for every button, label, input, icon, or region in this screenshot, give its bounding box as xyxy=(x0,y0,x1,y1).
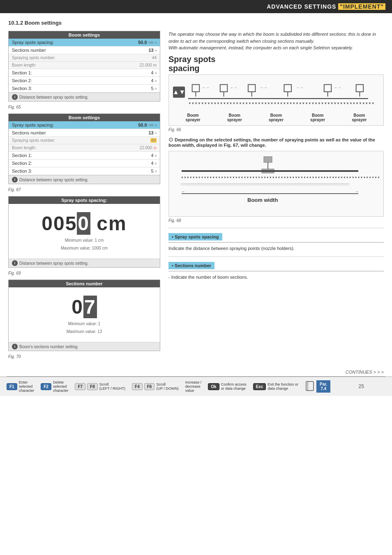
footer-f4f6: F4 F6 Scroll(UP / DOWN) xyxy=(132,382,179,391)
continues-text: CONTINUES > > > xyxy=(0,370,384,375)
section3-row-2[interactable]: Section 3: 5 › xyxy=(9,167,160,175)
f2-label: Deleteselectedcharacter xyxy=(53,380,69,393)
spray-spots-row-2[interactable]: Spray spots spacing: 50.0 cm › xyxy=(9,121,160,129)
spray-cursor: 0 xyxy=(77,212,90,235)
page-footer: F1 Enterselectedcharacter F2 Deleteselec… xyxy=(0,377,392,396)
boom-length-row-2: Boom length: 22.000 ⊙ xyxy=(9,144,160,152)
sprayer-1: Boomsprayer xyxy=(186,113,201,122)
book-icon xyxy=(305,381,315,392)
svg-rect-8 xyxy=(284,84,291,92)
footer-ok: Ok Confirm accessor data change xyxy=(208,382,246,391)
par-badge: Par.7.4 xyxy=(316,380,330,393)
sections-hint-max: Maximum value: 13 xyxy=(13,329,156,334)
left-column: Boom settings Spray spots spacing: 50.0 … xyxy=(8,31,160,363)
boom-length-row-1: Boom length: 22.000 m xyxy=(9,62,160,69)
sections-row-2[interactable]: Sections number 13 › xyxy=(9,129,160,137)
svg-text:←→: ←→ xyxy=(230,86,238,90)
fig67-label: Fig. 67 xyxy=(8,187,160,192)
esc-key[interactable]: Esc xyxy=(253,383,266,390)
ok-label: Confirm accessor data change xyxy=(221,382,247,391)
svg-text:←→: ←→ xyxy=(260,86,267,90)
spray-input-body: 0050 cm Minimum value: 1 cm Maximum valu… xyxy=(9,204,160,259)
svg-text:←→: ←→ xyxy=(296,86,304,90)
spraying-spots-row-1: Spraying spots number: 44 xyxy=(9,54,160,62)
svg-text:▲▼: ▲▼ xyxy=(173,88,185,95)
sections-label-1: Sections number xyxy=(12,48,46,53)
svg-rect-31 xyxy=(306,382,314,391)
spray-diagram: ▲▼ ←→ ←→ ←→ xyxy=(168,74,384,126)
svg-rect-4 xyxy=(220,84,228,92)
intro-text: The operator may choose the way in which… xyxy=(168,31,384,51)
svg-rect-2 xyxy=(192,84,200,92)
divider-2 xyxy=(168,257,384,257)
f4-key[interactable]: F4 xyxy=(132,383,143,390)
sprayer-5: Boomsprayer xyxy=(352,113,367,122)
footer-book: Par.7.4 xyxy=(305,380,330,393)
fig65-label: Fig. 65 xyxy=(8,105,160,109)
section3-row-1[interactable]: Section 3: 5 › xyxy=(9,85,160,92)
sections-row-1[interactable]: Sections number 13 › xyxy=(9,46,160,54)
section1-row-2[interactable]: Section 1: 4 › xyxy=(9,152,160,160)
spray-desc-text: Indicate the distance between spraying p… xyxy=(168,245,384,252)
ok-key[interactable]: Ok xyxy=(208,383,219,390)
svg-text:←: ← xyxy=(182,190,185,194)
main-content: 10.1.2 Boom settings Boom settings Spray… xyxy=(0,13,392,370)
svg-text:→: → xyxy=(355,190,359,194)
f2-key[interactable]: F2 xyxy=(41,383,51,390)
f1-key[interactable]: F1 xyxy=(7,383,17,390)
sections-desc-title: • Sections number xyxy=(168,262,214,269)
footer-f2: F2 Deleteselectedcharacter xyxy=(41,380,68,393)
header-highlight: "IMPLEMENT" xyxy=(338,3,385,10)
increase-label: Increase /decreasevalue xyxy=(185,380,202,393)
section2-row-2[interactable]: Section 2: 4 › xyxy=(9,160,160,167)
svg-text:▽▽▽▽▽▽▽▽▽▽▽▽▽▽▽▽▽▽▽▽▽▽▽▽▽▽▽▽▽▽: ▽▽▽▽▽▽▽▽▽▽▽▽▽▽▽▽▽▽▽▽▽▽▽▽▽▽▽▽▽▽▽▽▽▽▽▽▽▽▽▽… xyxy=(181,183,350,186)
spray-info-icon: i xyxy=(12,260,18,266)
svg-text:←→: ←→ xyxy=(202,86,210,90)
sections-desc-section: • Sections number - Indicate the number … xyxy=(168,262,384,281)
spray-svg: ▲▼ ←→ ←→ ←→ xyxy=(172,78,380,111)
sections-info-bar: i Boom's sections number setting. xyxy=(9,342,160,351)
boom-width-svg: ▼▼▼▼▼▼▼▼▼▼▼▼▼▼▼▼▼▼▼▼▼▼▼▼▼▼▼▼▼▼▼▼▼▼▼▼▼▼▼▼… xyxy=(172,155,380,212)
sections-desc-text: - Indicate the number of boom sections. xyxy=(168,274,384,281)
footer-esc: Esc Exit the function ordata change xyxy=(253,382,298,391)
sprayer-3: Boomsprayer xyxy=(269,113,284,122)
spray-spots-label-1: Spray spots spacing: xyxy=(12,40,54,45)
sections-info-icon: i xyxy=(12,344,18,349)
footer-increase: Increase /decreasevalue xyxy=(185,380,202,393)
page-number: 25 xyxy=(337,384,385,389)
footer-f7f8: F7 F8 Scroll(LEFT / RIGHT) xyxy=(75,382,125,391)
boom-panel-2-title: Boom settings xyxy=(9,114,160,121)
sections-input-value: 07 xyxy=(13,296,156,318)
f8-key[interactable]: F8 xyxy=(87,383,98,390)
svg-rect-12 xyxy=(356,84,364,92)
sprayer-2: Boomsprayer xyxy=(227,113,242,122)
section1-row-1[interactable]: Section 1: 4 › xyxy=(9,69,160,77)
f6-key[interactable]: F6 xyxy=(144,383,155,390)
svg-text:▼▼▼▼▼▼▼▼▼▼▼▼▼▼▼▼▼▼▼▼▼▼▼▼▼▼▼▼▼▼: ▼▼▼▼▼▼▼▼▼▼▼▼▼▼▼▼▼▼▼▼▼▼▼▼▼▼▼▼▼▼▼▼▼▼▼▼▼▼▼▼… xyxy=(188,102,374,105)
sections-input-body: 07 Minimum value: 1 Maximum value: 13 xyxy=(9,287,160,342)
spray-input-screen: Spray spots spacing: 0050 cm Minimum val… xyxy=(8,196,160,268)
svg-text:Boom width: Boom width xyxy=(247,197,278,203)
svg-rect-21 xyxy=(264,157,272,162)
spray-spots-value-1: 50.0 cm › xyxy=(138,40,157,45)
two-col-layout: Boom settings Spray spots spacing: 50.0 … xyxy=(8,31,384,363)
fig69-label: Fig. 69 xyxy=(8,271,160,275)
spray-info-bar: i Distance between spray spots setting. xyxy=(9,259,160,267)
svg-rect-6 xyxy=(248,84,256,92)
info-bar-2: i Distance between spray spots setting. xyxy=(9,175,160,184)
fig68-label: Fig. 68 xyxy=(168,218,384,223)
sections-input-screen: Sections number 07 Minimum value: 1 Maxi… xyxy=(8,280,160,351)
section-title: 10.1.2 Boom settings xyxy=(8,20,384,26)
sprayer-4: Boomsprayer xyxy=(310,113,325,122)
f7-key[interactable]: F7 xyxy=(75,383,85,390)
header-title: ADVANCED SETTINGS xyxy=(267,3,338,10)
section2-row-1[interactable]: Section 2: 4 › xyxy=(9,77,160,85)
fig70-label: Fig. 70 xyxy=(8,354,160,359)
f4f6-label: Scroll(UP / DOWN) xyxy=(156,382,178,391)
sections-input-title: Sections number xyxy=(9,280,160,287)
boom-sprayer-labels: Boomsprayer Boomsprayer Boomsprayer Boom… xyxy=(172,113,380,122)
divider-1 xyxy=(168,228,384,228)
svg-text:←→: ←→ xyxy=(334,86,341,90)
info-note: ⊙ Depending on the selected settings, th… xyxy=(168,136,384,148)
spray-spots-row-1[interactable]: Spray spots spacing: 50.0 cm › xyxy=(9,39,160,46)
